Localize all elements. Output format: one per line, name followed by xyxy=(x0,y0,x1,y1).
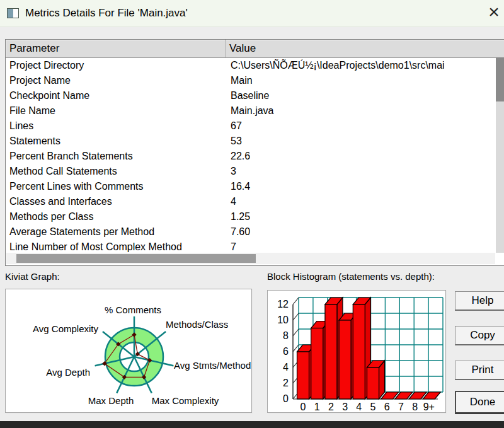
parameter-cell: Project Directory xyxy=(6,58,226,73)
y-tick-label: 0 xyxy=(283,393,289,404)
value-cell: Main.java xyxy=(226,103,504,119)
bottom-edge-strip xyxy=(0,421,504,428)
parameter-cell: Classes and Interfaces xyxy=(6,194,226,209)
x-tick-label: 9+ xyxy=(423,402,435,412)
block-histogram-chart: 0246810120123456789+ xyxy=(268,291,445,412)
kiviat-axis-label: Avg Depth xyxy=(46,367,90,378)
window-title: Metrics Details For File 'Main.java' xyxy=(25,7,188,20)
parameter-cell: Line Number of Most Complex Method xyxy=(6,240,226,252)
value-cell: 7.60 xyxy=(226,224,504,240)
table-row[interactable]: Average Statements per Method7.60 xyxy=(6,224,504,240)
y-tick-label: 8 xyxy=(283,330,289,341)
depth-tick xyxy=(293,298,299,304)
value-cell: 16.4 xyxy=(226,179,504,194)
parameter-cell: Average Statements per Method xyxy=(6,224,226,240)
vertical-scrollbar[interactable] xyxy=(496,57,504,253)
bar-front-face xyxy=(325,304,337,399)
parameter-cell: Project Name xyxy=(6,73,226,88)
bar-front-face xyxy=(367,367,379,399)
x-tick-label: 2 xyxy=(328,402,334,412)
table-row[interactable]: Classes and Interfaces4 xyxy=(6,194,504,209)
table-header: Parameter Value xyxy=(6,40,504,58)
value-cell: 53 xyxy=(226,134,504,149)
bar-front-face xyxy=(339,320,351,399)
table-row[interactable]: File NameMain.java xyxy=(6,103,504,119)
depth-tick xyxy=(293,329,299,336)
parameter-cell: File Name xyxy=(6,103,226,119)
table-body: Project DirectoryC:\Users\ÑÕÆÚ½¡\IdeaPro… xyxy=(6,58,504,252)
y-tick-label: 2 xyxy=(283,378,289,388)
table-row[interactable]: Lines67 xyxy=(6,119,504,134)
kiviat-axis-label: % Comments xyxy=(105,304,161,315)
copy-button[interactable]: Copy xyxy=(455,326,504,345)
y-tick-label: 6 xyxy=(283,346,289,357)
parameter-cell: Percent Lines with Comments xyxy=(6,179,226,194)
value-cell: C:\Users\ÑÕÆÚ½¡\IdeaProjects\demo1\src\m… xyxy=(226,58,504,73)
bar-front-face xyxy=(297,352,309,399)
kiviat-graph: % CommentsMethods/ClassAvg Stmts/MethodM… xyxy=(6,289,251,412)
x-tick-label: 1 xyxy=(314,402,320,412)
table-row[interactable]: Line Number of Most Complex Method7 xyxy=(6,240,504,252)
kiviat-graph-label: Kiviat Graph: xyxy=(5,271,60,282)
block-histogram-panel: 0246810120123456789+ xyxy=(267,290,446,413)
kiviat-axis-label: Avg Stmts/Method xyxy=(174,360,251,371)
depth-tick xyxy=(293,313,299,320)
x-tick-label: 7 xyxy=(398,402,404,412)
kiviat-axis-label: Max Complexity xyxy=(152,395,219,406)
x-tick-label: 5 xyxy=(370,402,376,412)
value-cell: 1.25 xyxy=(226,209,504,224)
block-histogram-label: Block Histogram (statements vs. depth): xyxy=(267,271,435,282)
value-cell: Main xyxy=(226,73,504,88)
help-button[interactable]: Help xyxy=(455,291,504,311)
parameter-cell: Percent Branch Statements xyxy=(6,149,226,164)
table-row[interactable]: Percent Lines with Comments16.4 xyxy=(6,179,504,194)
table-row[interactable]: Statements53 xyxy=(6,134,504,149)
x-tick-label: 0 xyxy=(301,402,306,412)
kiviat-axis-label: Avg Complexity xyxy=(33,323,98,334)
x-tick-label: 3 xyxy=(342,402,348,412)
parameter-cell: Statements xyxy=(6,134,226,149)
value-cell: 67 xyxy=(226,119,504,134)
parameter-cell: Methods per Class xyxy=(6,209,226,224)
table-row[interactable]: Project DirectoryC:\Users\ÑÕÆÚ½¡\IdeaPro… xyxy=(6,58,504,73)
value-cell: Baseline xyxy=(226,88,504,103)
title-bar: Metrics Details For File 'Main.java' × xyxy=(0,0,504,27)
print-button[interactable]: Print xyxy=(455,361,504,380)
value-cell: 22.6 xyxy=(226,149,504,164)
value-cell: 4 xyxy=(226,194,504,209)
table-row[interactable]: Checkpoint NameBaseline xyxy=(6,88,504,103)
x-tick-label: 6 xyxy=(384,402,390,412)
horizontal-scrollbar[interactable] xyxy=(6,253,495,264)
metrics-table: Parameter Value Project DirectoryC:\User… xyxy=(5,39,504,266)
y-tick-label: 12 xyxy=(277,299,289,309)
value-cell: 3 xyxy=(226,164,504,179)
x-tick-label: 4 xyxy=(356,402,362,412)
x-tick-label: 8 xyxy=(412,402,418,412)
parameter-cell: Checkpoint Name xyxy=(6,88,226,103)
bar-front-face xyxy=(311,328,323,400)
y-tick-label: 4 xyxy=(283,362,289,373)
table-row[interactable]: Methods per Class1.25 xyxy=(6,209,504,224)
kiviat-axis-label: Max Depth xyxy=(88,395,134,406)
parameter-cell: Method Call Statements xyxy=(6,164,226,179)
column-header-parameter[interactable]: Parameter xyxy=(6,40,226,57)
kiviat-graph-panel: % CommentsMethods/ClassAvg Stmts/MethodM… xyxy=(5,289,252,413)
value-cell: 7 xyxy=(226,240,504,252)
close-icon[interactable]: × xyxy=(484,1,503,23)
table-row[interactable]: Project NameMain xyxy=(6,73,504,88)
column-header-value[interactable]: Value xyxy=(226,40,504,57)
done-button[interactable]: Done xyxy=(455,391,504,414)
parameter-cell: Lines xyxy=(6,119,226,134)
vertical-scrollbar-thumb[interactable] xyxy=(496,57,504,101)
kiviat-axis-label: Methods/Class xyxy=(166,319,228,330)
bar-front-face xyxy=(353,304,365,399)
window-icon xyxy=(7,8,19,18)
table-row[interactable]: Percent Branch Statements22.6 xyxy=(6,149,504,164)
y-tick-label: 10 xyxy=(277,315,289,325)
table-row[interactable]: Method Call Statements3 xyxy=(6,164,504,179)
horizontal-scrollbar-thumb[interactable] xyxy=(16,254,256,263)
